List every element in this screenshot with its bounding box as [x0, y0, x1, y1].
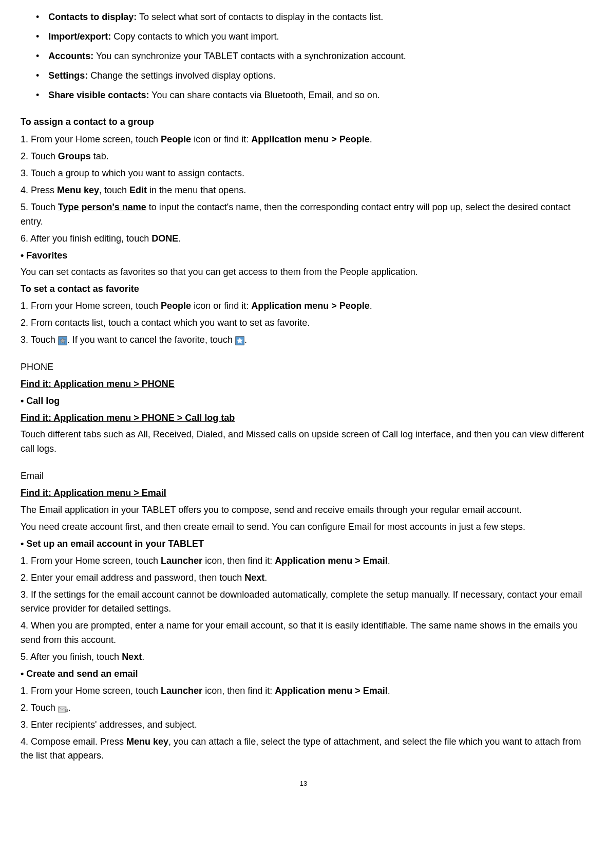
- setup-heading: • Set up an email account in your TABLET: [21, 537, 586, 551]
- bullet-label: Share visible contacts:: [48, 90, 149, 100]
- favorites-heading: • Favorites: [21, 249, 586, 263]
- assign-step-4: 4. Press Menu key, touch Edit in the men…: [21, 183, 586, 198]
- bullet-label: Accounts:: [48, 51, 93, 61]
- fav-step-3: 3. Touch . If you want to cancel the fav…: [21, 333, 586, 347]
- assign-step-2: 2. Touch Groups tab.: [21, 150, 586, 164]
- create-step-4: 4. Compose email. Press Menu key, you ca…: [21, 735, 586, 764]
- bullet-item: Settings: Change the settings involved d…: [21, 69, 586, 83]
- bullet-text: You can share contacts via Bluetooth, Em…: [149, 90, 380, 100]
- page-number: 13: [21, 779, 586, 789]
- fav-step-2: 2. From contacts list, touch a contact w…: [21, 316, 586, 330]
- bullet-item: Import/export: Copy contacts to which yo…: [21, 30, 586, 44]
- star-filled-icon: [235, 336, 244, 345]
- star-outline-icon: [58, 336, 67, 345]
- calllog-findit: Find it: Application menu > PHONE > Call…: [21, 411, 586, 426]
- setup-step-2: 2. Enter your email address and password…: [21, 571, 586, 585]
- calllog-heading: • Call log: [21, 394, 586, 409]
- svg-text:+: +: [65, 708, 67, 712]
- bullet-item: Accounts: You can synchronize your TABLE…: [21, 49, 586, 64]
- calllog-desc: Touch different tabs such as All, Receiv…: [21, 428, 586, 456]
- bullet-text: Copy contacts to which you want import.: [111, 31, 279, 42]
- fav-step-1: 1. From your Home screen, touch People i…: [21, 299, 586, 313]
- bullet-label: Settings:: [48, 70, 88, 81]
- phone-heading: PHONE: [21, 360, 586, 375]
- email-findit: Find it: Application menu > Email: [21, 486, 586, 501]
- options-bullet-list: Contacts to display: To select what sort…: [21, 10, 586, 102]
- bullet-text: Change the settings involved display opt…: [88, 70, 275, 81]
- create-step-2: 2. Touch +.: [21, 701, 586, 715]
- setup-step-3: 3. If the settings for the email account…: [21, 588, 586, 617]
- bullet-label: Contacts to display:: [48, 12, 137, 22]
- bullet-item: Contacts to display: To select what sort…: [21, 10, 586, 25]
- favorites-subheading: To set a contact as favorite: [21, 282, 586, 297]
- email-heading: Email: [21, 469, 586, 484]
- email-desc-2: You need create account first, and then …: [21, 520, 586, 534]
- bullet-item: Share visible contacts: You can share co…: [21, 88, 586, 103]
- assign-step-3: 3. Touch a group to which you want to as…: [21, 167, 586, 181]
- assign-group-heading: To assign a contact to a group: [21, 115, 586, 130]
- setup-step-1: 1. From your Home screen, touch Launcher…: [21, 554, 586, 568]
- create-step-1: 1. From your Home screen, touch Launcher…: [21, 684, 586, 698]
- phone-findit: Find it: Application menu > PHONE: [21, 377, 586, 392]
- create-heading: • Create and send an email: [21, 667, 586, 681]
- favorites-desc: You can set contacts as favorites so tha…: [21, 265, 586, 280]
- email-desc-1: The Email application in your TABLET off…: [21, 503, 586, 518]
- bullet-text: You can synchronize your TABLET contacts…: [93, 51, 406, 61]
- assign-step-6: 6. After you finish editing, touch DONE.: [21, 232, 586, 246]
- bullet-label: Import/export:: [48, 31, 111, 42]
- setup-step-4: 4. When you are prompted, enter a name f…: [21, 619, 586, 648]
- create-step-3: 3. Enter recipients' addresses, and subj…: [21, 718, 586, 732]
- setup-step-5: 5. After you finish, touch Next.: [21, 650, 586, 664]
- assign-step-1: 1. From your Home screen, touch People i…: [21, 133, 586, 147]
- assign-step-5: 5. Touch Type person's name to input the…: [21, 200, 586, 229]
- bullet-text: To select what sort of contacts to displ…: [137, 12, 383, 22]
- compose-email-icon: +: [58, 704, 68, 712]
